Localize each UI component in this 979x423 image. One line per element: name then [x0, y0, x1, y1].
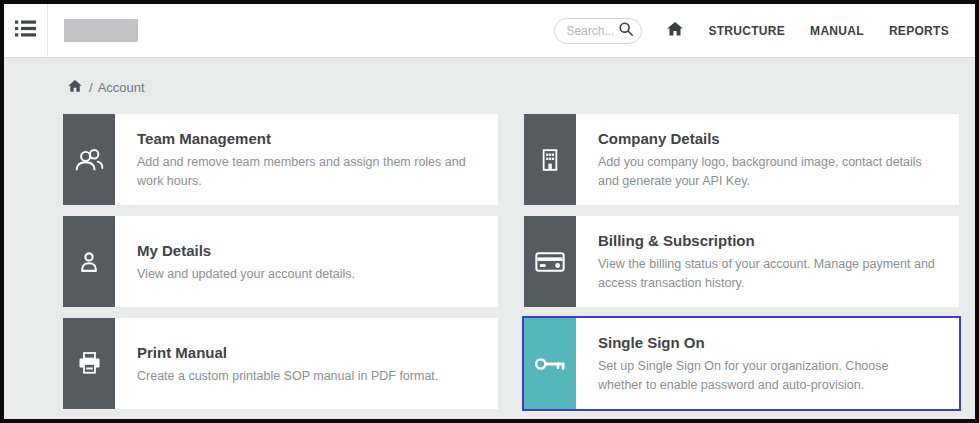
user-icon	[77, 249, 101, 275]
card-icon-box	[524, 216, 576, 307]
card-title: My Details	[137, 242, 474, 259]
search-box[interactable]	[554, 18, 642, 44]
home-icon	[68, 80, 82, 95]
card-description: Add and remove team members and assign t…	[137, 153, 474, 191]
card-icon-box	[524, 318, 576, 409]
app-logo-placeholder	[64, 19, 138, 42]
app-window: STRUCTURE MANUAL REPORTS / Account	[0, 0, 979, 423]
card-title: Print Manual	[137, 344, 474, 361]
nav-item-structure[interactable]: STRUCTURE	[708, 24, 785, 38]
key-icon	[533, 355, 567, 373]
card-billing-subscription[interactable]: Billing & Subscription View the billing …	[524, 216, 959, 307]
credit-card-icon	[535, 251, 565, 273]
breadcrumb: / Account	[63, 79, 959, 95]
card-text: Single Sign On Set up Single Sign On for…	[576, 318, 959, 409]
card-description: View and updated your account details.	[137, 265, 474, 284]
users-icon	[74, 147, 105, 173]
card-company-details[interactable]: Company Details Add you company logo, ba…	[524, 114, 959, 205]
page-content: / Account	[4, 58, 975, 409]
card-icon-box	[63, 216, 115, 307]
card-my-details[interactable]: My Details View and updated your account…	[63, 216, 498, 307]
card-description: View the billing status of your account.…	[598, 255, 935, 293]
card-team-management[interactable]: Team Management Add and remove team memb…	[63, 114, 498, 205]
card-text: Billing & Subscription View the billing …	[576, 216, 959, 307]
card-title: Team Management	[137, 130, 474, 147]
breadcrumb-home-link[interactable]	[68, 80, 82, 95]
card-description: Add you company logo, background image, …	[598, 153, 935, 191]
card-title: Billing & Subscription	[598, 232, 935, 249]
list-menu-icon	[15, 20, 36, 41]
card-description: Set up Single Sign On for your organizat…	[598, 357, 935, 395]
card-text: Company Details Add you company logo, ba…	[576, 114, 959, 205]
sidebar-menu-button[interactable]	[4, 4, 48, 57]
card-text: My Details View and updated your account…	[115, 216, 498, 307]
account-cards-grid: Team Management Add and remove team memb…	[63, 114, 959, 409]
card-icon-box	[63, 114, 115, 205]
main-nav: STRUCTURE MANUAL REPORTS	[667, 22, 975, 40]
search-input[interactable]	[566, 24, 618, 38]
breadcrumb-separator: /	[89, 80, 93, 95]
top-header: STRUCTURE MANUAL REPORTS	[4, 4, 975, 58]
nav-item-manual[interactable]: MANUAL	[810, 24, 864, 38]
card-text: Team Management Add and remove team memb…	[115, 114, 498, 205]
home-nav-button[interactable]	[667, 22, 683, 40]
card-single-sign-on[interactable]: Single Sign On Set up Single Sign On for…	[524, 318, 959, 409]
card-description: Create a custom printable SOP manual in …	[137, 367, 474, 386]
building-icon	[538, 147, 562, 173]
printer-icon	[77, 351, 102, 376]
breadcrumb-current: Account	[98, 80, 145, 95]
card-title: Company Details	[598, 130, 935, 147]
search-icon[interactable]	[618, 21, 634, 41]
home-icon	[667, 22, 683, 40]
nav-item-reports[interactable]: REPORTS	[889, 24, 949, 38]
card-icon-box	[524, 114, 576, 205]
card-print-manual[interactable]: Print Manual Create a custom printable S…	[63, 318, 498, 409]
card-text: Print Manual Create a custom printable S…	[115, 318, 498, 409]
card-title: Single Sign On	[598, 334, 935, 351]
card-icon-box	[63, 318, 115, 409]
